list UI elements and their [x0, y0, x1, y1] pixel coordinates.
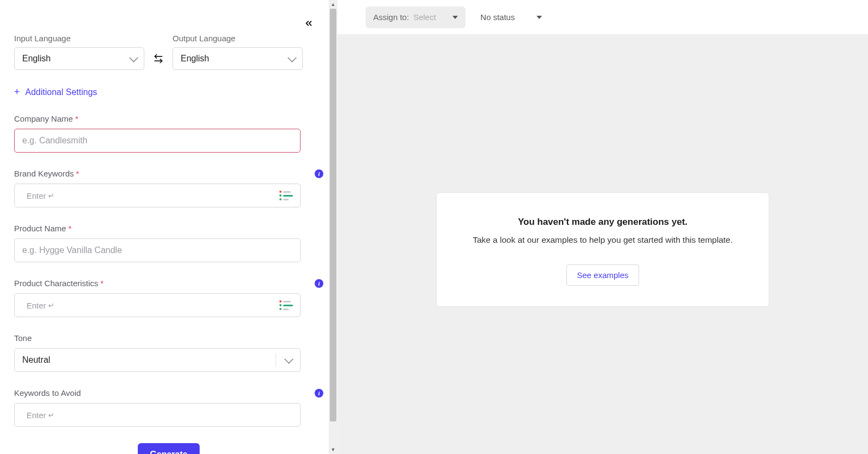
brand-keywords-input[interactable]: Enter ↵ [14, 184, 301, 207]
chevron-down-icon [288, 53, 297, 62]
tone-value: Neutral [22, 355, 50, 365]
output-language-select[interactable]: English [173, 47, 303, 70]
swap-languages-icon[interactable] [152, 47, 165, 70]
scroll-up-arrow[interactable]: ▲ [329, 0, 337, 9]
plus-icon: + [14, 86, 20, 98]
tone-label: Tone [14, 333, 323, 343]
empty-subtitle: Take a look at our examples to help you … [453, 235, 752, 245]
suggestions-icon[interactable] [279, 188, 295, 203]
left-form-pane: Input Language English Output Language E… [0, 0, 337, 454]
assign-to-placeholder: Select [413, 12, 436, 22]
info-icon[interactable]: i [315, 169, 323, 178]
assign-to-select[interactable]: Assign to: Select [366, 7, 465, 28]
generate-button[interactable]: Generate [138, 443, 199, 454]
product-characteristics-label: Product Characteristics* [14, 279, 104, 288]
scrollbar[interactable]: ▲ ▼ [329, 0, 337, 454]
output-language-value: English [181, 54, 209, 64]
empty-state-card: You haven't made any generations yet. Ta… [436, 192, 769, 307]
info-icon[interactable]: i [315, 389, 323, 398]
keywords-avoid-input[interactable]: Enter ↵ [14, 403, 301, 427]
caret-down-icon [537, 16, 542, 19]
company-name-label: Company Name* [14, 114, 78, 123]
scrollbar-thumb[interactable] [330, 9, 336, 421]
assign-to-label: Assign to: [373, 12, 409, 22]
brand-keywords-label: Brand Keywords* [14, 169, 79, 178]
product-name-label: Product Name* [14, 224, 72, 233]
input-language-value: English [22, 54, 50, 64]
see-examples-button[interactable]: See examples [566, 264, 639, 286]
product-characteristics-input[interactable]: Enter ↵ [14, 293, 301, 317]
status-select[interactable]: No status [481, 12, 542, 22]
output-language-label: Output Language [173, 34, 303, 43]
caret-down-icon [452, 16, 458, 19]
scroll-down-arrow[interactable]: ▼ [329, 445, 337, 454]
suggestions-icon[interactable] [279, 298, 295, 313]
additional-settings-label: Additional Settings [25, 87, 98, 97]
collapse-panel-icon[interactable] [304, 18, 314, 30]
tone-select[interactable]: Neutral [14, 348, 301, 372]
chevron-down-icon [284, 355, 293, 364]
keywords-avoid-label: Keywords to Avoid [14, 388, 81, 398]
input-language-select[interactable]: English [14, 47, 144, 70]
output-header: Assign to: Select No status [337, 0, 868, 35]
info-icon[interactable]: i [315, 279, 323, 288]
input-language-label: Input Language [14, 34, 144, 43]
chevron-down-icon [129, 53, 138, 62]
empty-title: You haven't made any generations yet. [453, 217, 752, 228]
company-name-input[interactable] [14, 129, 301, 153]
right-output-pane: Assign to: Select No status You haven't … [337, 0, 868, 454]
product-name-input[interactable] [14, 238, 301, 262]
additional-settings-button[interactable]: + Additional Settings [14, 86, 323, 98]
status-value: No status [481, 12, 515, 22]
